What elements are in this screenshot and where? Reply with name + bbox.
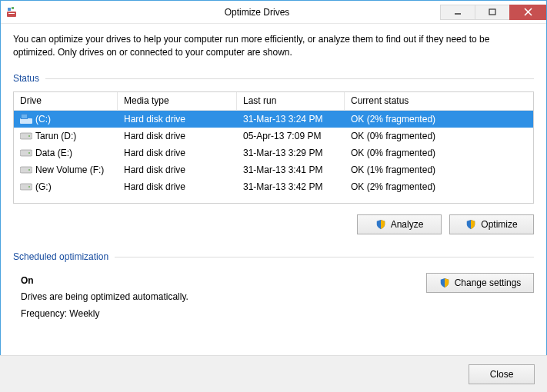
close-window-button[interactable] [509,5,546,20]
drive-lastrun: 05-Apr-13 7:09 PM [237,131,345,141]
drive-media: Hard disk drive [118,164,237,175]
titlebar: Optimize Drives [1,1,546,24]
svg-rect-0 [7,12,16,17]
drive-status: OK (0% fragmented) [345,131,533,141]
close-button-label: Close [490,369,514,380]
analyze-button[interactable]: Analyze [357,214,442,234]
footer: Close [0,355,547,392]
description-text: You can optimize your drives to help you… [13,33,534,59]
drive-status: OK (1% fragmented) [345,164,533,175]
drives-list[interactable]: Drive Media type Last run Current status… [13,91,534,204]
svg-rect-17 [20,184,32,190]
schedule-description: Drives are being optimized automatically… [21,289,188,306]
drive-row[interactable]: (G:)Hard disk drive31-Mar-13 3:42 PMOK (… [14,178,533,195]
drive-media: Hard disk drive [118,131,237,141]
column-header-drive[interactable]: Drive [14,92,118,110]
drive-status: OK (2% fragmented) [345,114,533,125]
change-settings-label: Change settings [455,277,522,288]
schedule-on-label: On [21,273,188,290]
column-header-media[interactable]: Media type [118,92,237,110]
drive-lastrun: 31-Mar-13 3:29 PM [237,148,345,158]
svg-rect-5 [489,9,495,15]
svg-rect-3 [12,7,14,9]
maximize-button[interactable] [475,5,510,20]
drive-row[interactable]: Tarun (D:)Hard disk drive05-Apr-13 7:09 … [14,128,533,145]
optimize-button[interactable]: Optimize [449,214,534,234]
svg-point-14 [28,152,30,154]
drive-row[interactable]: (C:)Hard disk drive31-Mar-13 3:24 PMOK (… [14,111,533,128]
drive-icon [20,164,32,174]
drive-name: (G:) [35,181,52,192]
drive-status: OK (2% fragmented) [345,181,533,192]
analyze-button-label: Analyze [391,219,424,230]
drive-media: Hard disk drive [118,181,237,192]
svg-point-16 [28,169,30,171]
drive-row[interactable]: New Volume (F:)Hard disk drive31-Mar-13 … [14,161,533,178]
drive-media: Hard disk drive [118,148,237,158]
drive-lastrun: 31-Mar-13 3:42 PM [237,181,345,192]
svg-rect-2 [8,8,11,11]
divider [45,78,534,79]
drive-name: Data (E:) [35,148,72,158]
drive-lastrun: 31-Mar-13 3:41 PM [237,164,345,175]
shield-icon [465,219,476,230]
schedule-frequency: Frequency: Weekly [21,306,188,323]
drive-icon [20,181,32,191]
drive-icon [20,131,32,141]
schedule-section: Scheduled optimization On Drives are bei… [13,251,534,323]
svg-point-12 [28,135,30,137]
minimize-button[interactable] [440,5,475,20]
divider [115,257,534,257]
optimize-button-label: Optimize [481,219,517,230]
shield-icon [375,219,386,230]
column-header-lastrun[interactable]: Last run [237,92,345,110]
close-button[interactable]: Close [469,364,535,384]
schedule-group-label: Scheduled optimization [13,251,108,262]
svg-rect-8 [20,118,32,124]
change-settings-button[interactable]: Change settings [426,273,534,293]
drive-icon [20,148,32,158]
drive-icon [20,114,32,124]
drive-name: (C:) [35,114,51,125]
status-group-label: Status [13,73,39,84]
drive-status: OK (0% fragmented) [345,148,533,158]
drive-lastrun: 31-Mar-13 3:24 PM [237,114,345,125]
window-controls [441,5,546,20]
svg-rect-11 [20,133,32,139]
svg-point-18 [28,186,30,188]
column-header-status[interactable]: Current status [345,92,533,110]
svg-rect-15 [20,167,32,173]
app-icon [5,6,18,18]
svg-rect-13 [20,150,32,156]
drive-name: Tarun (D:) [35,131,76,141]
drive-name: New Volume (F:) [35,164,104,175]
content-area: You can optimize your drives to help you… [1,24,546,330]
window-title: Optimize Drives [22,7,492,18]
shield-icon [439,277,450,288]
svg-rect-1 [8,13,15,14]
list-header: Drive Media type Last run Current status [14,92,533,111]
svg-rect-10 [22,115,27,118]
drive-row[interactable]: Data (E:)Hard disk drive31-Mar-13 3:29 P… [14,145,533,161]
drive-media: Hard disk drive [118,114,237,125]
